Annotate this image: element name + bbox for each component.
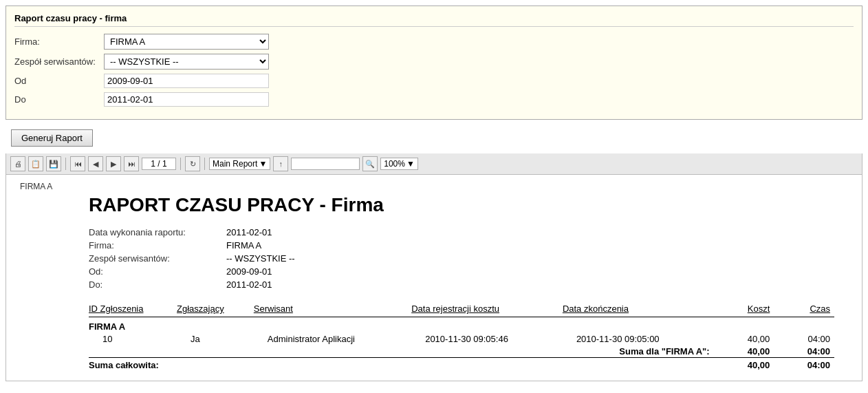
meta-data-label: Data wykonania raportu: <box>89 226 226 239</box>
report-table: ID Zgłoszenia Zgłaszający Serwisant Data… <box>89 302 834 371</box>
total-czas: 04:00 <box>774 358 834 372</box>
zespol-label: Zespół serwisantów: <box>14 56 104 67</box>
print-icon[interactable]: 🖨 <box>10 156 25 171</box>
col-data-zak: Data zkończenia <box>563 302 714 317</box>
total-row: Suma całkowita: 40,00 04:00 <box>89 358 834 372</box>
meta-zespol-label: Zespół serwisantów: <box>89 252 226 265</box>
panel-title: Raport czasu pracy - firma <box>14 13 854 27</box>
meta-zespol-value: -- WSZYSTKIE -- <box>226 252 299 265</box>
zoom-label: 100% <box>384 159 405 169</box>
total-label: Suma całkowita: <box>89 358 714 372</box>
first-page-icon[interactable]: ⏮ <box>70 156 85 171</box>
meta-data-value: 2011-02-01 <box>226 226 299 239</box>
group-header-name: FIRMA A <box>89 317 834 334</box>
sum-label: Suma dla "FIRMA A": <box>89 345 714 358</box>
meta-firma-label: Firma: <box>89 239 226 252</box>
sum-czas: 04:00 <box>774 345 834 358</box>
export-icon[interactable]: 📋 <box>28 156 43 171</box>
separator-2 <box>180 158 181 170</box>
cell-koszt: 40,00 <box>714 333 774 345</box>
zoom-chevron-icon: ▼ <box>406 159 415 169</box>
do-input[interactable] <box>104 92 269 107</box>
col-zglaszajacy: Zgłaszający <box>177 302 254 317</box>
report-dropdown[interactable]: Main Report ▼ <box>209 158 270 170</box>
cell-data-zak: 2010-11-30 09:05:00 <box>563 333 714 345</box>
separator-1 <box>65 158 66 170</box>
meta-od-label: Od: <box>89 265 226 278</box>
report-meta: Data wykonania raportu: 2011-02-01 Firma… <box>89 226 848 291</box>
firma-label: Firma: <box>14 36 104 47</box>
do-label: Do <box>14 94 104 105</box>
table-row: 10 Ja Administrator Aplikacji 2010-11-30… <box>89 333 834 345</box>
cell-czas: 04:00 <box>774 333 834 345</box>
page-input[interactable] <box>142 158 176 170</box>
col-serwisant: Serwisant <box>254 302 411 317</box>
od-row: Od <box>14 74 854 88</box>
search-input[interactable] <box>291 158 360 170</box>
report-dropdown-label: Main Report <box>213 159 257 169</box>
report-table-wrap: ID Zgłoszenia Zgłaszający Serwisant Data… <box>89 302 834 371</box>
firma-select[interactable]: FIRMA A <box>104 34 269 50</box>
next-page-icon[interactable]: ▶ <box>106 156 121 171</box>
firma-row: Firma: FIRMA A <box>14 34 854 50</box>
meta-firma-value: FIRMA A <box>226 239 299 252</box>
total-koszt: 40,00 <box>714 358 774 372</box>
report-title: RAPORT CZASU PRACY - Firma <box>89 194 848 216</box>
group-sum-row: Suma dla "FIRMA A": 40,00 04:00 <box>89 345 834 358</box>
cell-serwisant: Administrator Aplikacji <box>254 333 411 345</box>
zespol-select[interactable]: -- WSZYSTKIE -- <box>104 54 269 70</box>
col-koszt: Koszt <box>714 302 774 317</box>
do-row: Do <box>14 92 854 107</box>
separator-3 <box>204 158 205 170</box>
cell-id: 10 <box>89 333 177 345</box>
group-header-row: FIRMA A <box>89 317 834 334</box>
report-toolbar: 🖨 📋 💾 ⏮ ◀ ▶ ⏭ ↻ Main Report ▼ ↑ 🔍 100% ▼ <box>6 153 862 175</box>
save-icon[interactable]: 💾 <box>46 156 61 171</box>
meta-od-value: 2009-09-01 <box>226 265 299 278</box>
meta-do-label: Do: <box>89 278 226 291</box>
chevron-down-icon: ▼ <box>259 159 267 169</box>
prev-page-icon[interactable]: ◀ <box>88 156 103 171</box>
od-input[interactable] <box>104 74 269 88</box>
up-icon[interactable]: ↑ <box>273 156 288 171</box>
filter-panel: Raport czasu pracy - firma Firma: FIRMA … <box>6 6 862 120</box>
refresh-icon[interactable]: ↻ <box>185 156 200 171</box>
cell-data-rej: 2010-11-30 09:05:46 <box>411 333 563 345</box>
generate-button[interactable]: Generuj Raport <box>11 129 93 147</box>
zespol-row: Zespół serwisantów: -- WSZYSTKIE -- <box>14 54 854 70</box>
meta-do-value: 2011-02-01 <box>226 278 299 291</box>
company-label: FIRMA A <box>20 182 848 191</box>
cell-zglaszajacy: Ja <box>177 333 254 345</box>
col-id: ID Zgłoszenia <box>89 302 177 317</box>
col-czas: Czas <box>774 302 834 317</box>
binoculars-icon[interactable]: 🔍 <box>362 156 378 171</box>
col-data-rej: Data rejestracji kosztu <box>411 302 563 317</box>
zoom-dropdown[interactable]: 100% ▼ <box>380 158 418 170</box>
sum-koszt: 40,00 <box>714 345 774 358</box>
od-label: Od <box>14 76 104 86</box>
last-page-icon[interactable]: ⏭ <box>124 156 139 171</box>
report-area: FIRMA A RAPORT CZASU PRACY - Firma Data … <box>6 175 862 381</box>
